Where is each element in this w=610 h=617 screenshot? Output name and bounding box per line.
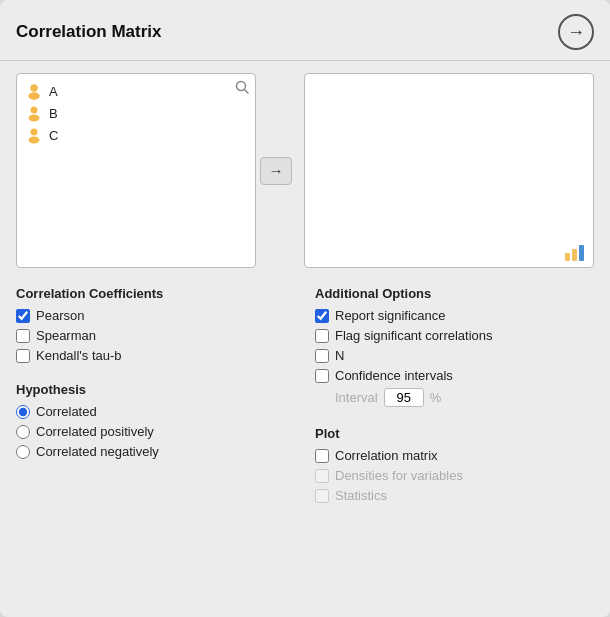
person-icon-c xyxy=(25,126,43,144)
statistics-checkbox[interactable] xyxy=(315,489,329,503)
interval-row: Interval % xyxy=(335,388,594,407)
chart-icon xyxy=(565,243,585,261)
correlation-coefficients-section: Correlation Coefficients Pearson Spearma… xyxy=(16,286,295,363)
svg-point-6 xyxy=(31,107,38,114)
arrow-middle: → xyxy=(256,157,296,185)
left-list-box: A B xyxy=(16,73,256,268)
correlated-positively-label[interactable]: Correlated positively xyxy=(36,424,154,439)
kendall-checkbox[interactable] xyxy=(16,349,30,363)
flag-significant-label[interactable]: Flag significant correlations xyxy=(335,328,493,343)
kendall-option: Kendall's tau-b xyxy=(16,348,295,363)
confidence-intervals-label[interactable]: Confidence intervals xyxy=(335,368,453,383)
plot-title: Plot xyxy=(315,426,594,441)
options-grid: Correlation Coefficients Pearson Spearma… xyxy=(16,282,594,508)
statistics-label: Statistics xyxy=(335,488,387,503)
list-item-label-a: A xyxy=(49,84,58,99)
densities-label: Densities for variables xyxy=(335,468,463,483)
window: Correlation Matrix → xyxy=(0,0,610,617)
svg-point-4 xyxy=(31,85,38,92)
svg-rect-10 xyxy=(565,253,570,261)
interval-label: Interval xyxy=(335,390,378,405)
confidence-intervals-option: Confidence intervals xyxy=(315,368,594,383)
list-item-label-c: C xyxy=(49,128,58,143)
correlated-radio[interactable] xyxy=(16,405,30,419)
correlation-matrix-label[interactable]: Correlation matrix xyxy=(335,448,438,463)
spearman-checkbox[interactable] xyxy=(16,329,30,343)
pearson-option: Pearson xyxy=(16,308,295,323)
list-item[interactable]: C xyxy=(25,124,247,146)
report-significance-label[interactable]: Report significance xyxy=(335,308,446,323)
list-item[interactable]: B xyxy=(25,102,247,124)
svg-point-8 xyxy=(31,129,38,136)
correlated-positively-radio[interactable] xyxy=(16,425,30,439)
percent-label: % xyxy=(430,390,442,405)
interval-input[interactable] xyxy=(384,388,424,407)
n-label[interactable]: N xyxy=(335,348,344,363)
hypothesis-title: Hypothesis xyxy=(16,382,295,397)
correlation-coefficients-title: Correlation Coefficients xyxy=(16,286,295,301)
pearson-checkbox[interactable] xyxy=(16,309,30,323)
flag-significant-option: Flag significant correlations xyxy=(315,328,594,343)
list-item-label-b: B xyxy=(49,106,58,121)
spearman-label[interactable]: Spearman xyxy=(36,328,96,343)
search-icon[interactable] xyxy=(235,80,249,97)
main-content: A B xyxy=(0,61,610,617)
statistics-option: Statistics xyxy=(315,488,594,503)
right-box-decorations xyxy=(565,243,585,261)
confidence-intervals-checkbox[interactable] xyxy=(315,369,329,383)
person-icon-a xyxy=(25,82,43,100)
svg-rect-11 xyxy=(572,249,577,261)
correlated-negatively-option: Correlated negatively xyxy=(16,444,295,459)
hypothesis-section: Hypothesis Correlated Correlated positiv… xyxy=(16,382,295,459)
correlation-matrix-checkbox[interactable] xyxy=(315,449,329,463)
svg-point-5 xyxy=(29,93,40,100)
kendall-label[interactable]: Kendall's tau-b xyxy=(36,348,122,363)
person-icon-b xyxy=(25,104,43,122)
svg-line-1 xyxy=(245,90,249,94)
report-significance-checkbox[interactable] xyxy=(315,309,329,323)
pearson-label[interactable]: Pearson xyxy=(36,308,84,323)
correlated-negatively-radio[interactable] xyxy=(16,445,30,459)
additional-options-section: Additional Options Report significance F… xyxy=(315,286,594,407)
correlated-label[interactable]: Correlated xyxy=(36,404,97,419)
spearman-option: Spearman xyxy=(16,328,295,343)
n-checkbox[interactable] xyxy=(315,349,329,363)
correlated-option: Correlated xyxy=(16,404,295,419)
correlation-matrix-option: Correlation matrix xyxy=(315,448,594,463)
title-bar: Correlation Matrix → xyxy=(0,0,610,61)
right-column: Additional Options Report significance F… xyxy=(315,282,594,508)
lists-row: A B xyxy=(16,73,594,268)
window-title: Correlation Matrix xyxy=(16,22,161,42)
correlated-negatively-label[interactable]: Correlated negatively xyxy=(36,444,159,459)
svg-rect-12 xyxy=(579,245,584,261)
forward-button[interactable]: → xyxy=(558,14,594,50)
additional-options-title: Additional Options xyxy=(315,286,594,301)
correlated-positively-option: Correlated positively xyxy=(16,424,295,439)
report-significance-option: Report significance xyxy=(315,308,594,323)
svg-point-7 xyxy=(29,115,40,122)
list-item[interactable]: A xyxy=(25,80,247,102)
densities-option: Densities for variables xyxy=(315,468,594,483)
flag-significant-checkbox[interactable] xyxy=(315,329,329,343)
plot-section: Plot Correlation matrix Densities for va… xyxy=(315,426,594,503)
move-right-button[interactable]: → xyxy=(260,157,292,185)
left-column: Correlation Coefficients Pearson Spearma… xyxy=(16,282,295,508)
right-list-box xyxy=(304,73,594,268)
n-option: N xyxy=(315,348,594,363)
svg-point-9 xyxy=(29,137,40,144)
densities-checkbox[interactable] xyxy=(315,469,329,483)
left-list-items: A B xyxy=(17,74,255,267)
